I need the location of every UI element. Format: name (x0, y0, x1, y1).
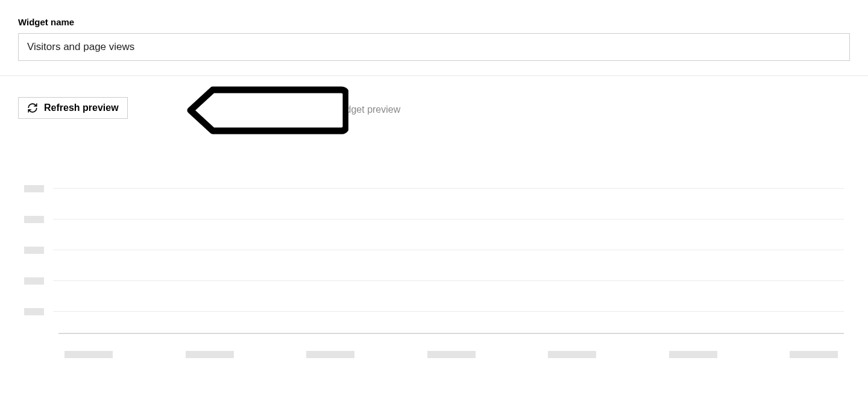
preview-hint-text: idget preview (344, 104, 400, 115)
grid-row (24, 265, 844, 296)
x-tick-skeleton (427, 351, 476, 358)
refresh-preview-button[interactable]: Refresh preview (18, 97, 128, 119)
grid-line (53, 311, 844, 312)
grid-line (53, 250, 844, 250)
x-tick-skeleton (64, 351, 113, 358)
grid-line (53, 219, 844, 219)
grid-line (53, 188, 844, 189)
x-ticks-row (58, 351, 844, 358)
x-tick-skeleton (306, 351, 354, 358)
y-tick-skeleton (24, 308, 44, 315)
grid-row (24, 296, 844, 327)
x-axis-line (58, 333, 844, 334)
y-tick-skeleton (24, 247, 44, 254)
preview-section: Refresh preview idget preview (0, 76, 868, 370)
widget-name-input[interactable] (18, 33, 850, 61)
y-tick-skeleton (24, 216, 44, 223)
preview-header: Refresh preview idget preview (18, 97, 850, 119)
refresh-button-label: Refresh preview (44, 102, 119, 113)
x-tick-skeleton (669, 351, 717, 358)
grid-row (24, 204, 844, 235)
y-tick-skeleton (24, 185, 44, 192)
x-tick-skeleton (790, 351, 838, 358)
x-tick-skeleton (186, 351, 234, 358)
tag-pointer-annotation (186, 86, 348, 134)
grid-line (53, 280, 844, 281)
x-tick-skeleton (548, 351, 596, 358)
widget-name-label: Widget name (18, 17, 850, 27)
y-tick-skeleton (24, 277, 44, 285)
refresh-icon (27, 102, 38, 113)
grid-row (24, 173, 844, 204)
grid-row (24, 235, 844, 265)
chart-grid-area (24, 173, 844, 333)
widget-name-section: Widget name (0, 0, 868, 76)
chart-skeleton (18, 167, 850, 358)
